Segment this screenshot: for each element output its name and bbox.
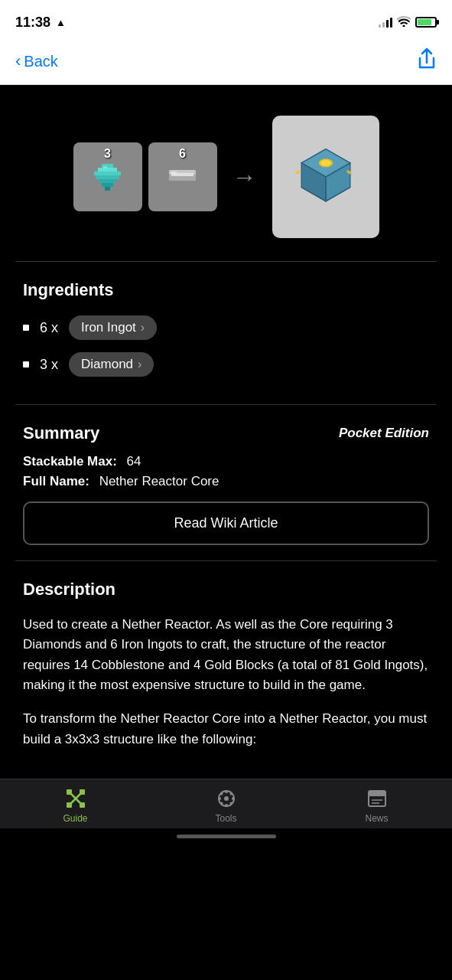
location-arrow-icon: ▲: [56, 17, 66, 28]
svg-point-36: [232, 797, 235, 800]
full-name-row: Full Name: Nether Reactor Core: [23, 474, 429, 489]
read-wiki-button[interactable]: Read Wiki Article: [23, 501, 429, 545]
time-text: 11:38: [15, 15, 50, 31]
diamond-tag-arrow-icon: ›: [138, 358, 141, 371]
stackable-row: Stackable Max: 64: [23, 454, 429, 469]
svg-rect-30: [80, 802, 85, 808]
tab-bar: Guide Tools News: [0, 779, 452, 828]
full-name-value: Nether Reactor Core: [99, 474, 219, 488]
svg-point-40: [229, 802, 232, 805]
svg-rect-5: [102, 183, 113, 187]
svg-rect-4: [99, 179, 116, 183]
description-paragraph-2: To transform the Nether Reactor Core int…: [23, 709, 429, 750]
tab-tools[interactable]: Tools: [196, 787, 257, 824]
guide-tab-label: Guide: [63, 813, 87, 824]
ingredient-item-diamond: 3 x Diamond ›: [23, 352, 429, 377]
svg-point-35: [218, 797, 221, 800]
home-indicator: [0, 828, 452, 848]
svg-point-39: [220, 802, 223, 805]
stackable-label: Stackable Max:: [23, 454, 117, 469]
svg-point-32: [224, 796, 229, 801]
news-tab-icon: [366, 787, 389, 810]
svg-point-37: [220, 793, 223, 795]
stackable-value: 64: [127, 454, 141, 469]
iron-ingot-tag[interactable]: Iron Ingot ›: [69, 315, 157, 340]
ingredient1-count: 3: [104, 147, 111, 161]
svg-point-34: [225, 804, 228, 807]
svg-rect-29: [67, 802, 72, 808]
ingredients-section: Ingredients 6 x Iron Ingot › 3 x Diamond…: [0, 262, 452, 404]
diamond-label: Diamond: [81, 357, 133, 372]
back-button[interactable]: ‹ Back: [15, 51, 58, 71]
recipe-section: 3 6: [0, 100, 452, 261]
svg-rect-3: [96, 175, 119, 179]
svg-rect-12: [171, 172, 177, 174]
nether-reactor-core-icon: [288, 139, 364, 215]
svg-point-17: [320, 160, 330, 165]
tools-tab-label: Tools: [215, 813, 236, 824]
result-box: [272, 116, 379, 238]
full-name-label: Full Name:: [23, 474, 89, 488]
svg-point-33: [225, 790, 228, 793]
svg-point-38: [229, 793, 232, 795]
back-label: Back: [24, 53, 57, 70]
svg-rect-7: [103, 166, 107, 168]
home-bar: [177, 835, 276, 838]
share-button[interactable]: [417, 47, 437, 75]
description-section: Description Used to create a Nether Reac…: [0, 561, 452, 779]
svg-rect-2: [94, 172, 121, 175]
pocket-edition-label: Pocket Edition: [339, 426, 429, 441]
ingredients-title: Ingredients: [23, 280, 429, 300]
battery-icon: [415, 17, 437, 28]
svg-rect-11: [169, 181, 196, 187]
summary-header: Summary Pocket Edition: [23, 423, 429, 443]
tab-guide[interactable]: Guide: [45, 787, 106, 824]
iron-ingot-icon: [161, 156, 203, 198]
description-paragraph-1: Used to create a Nether Reactor. As well…: [23, 615, 429, 695]
recipe-arrow-icon: →: [233, 163, 257, 191]
tab-news[interactable]: News: [346, 787, 408, 824]
iron-ingot-label: Iron Ingot: [81, 320, 136, 335]
ingredient2-count: 6: [179, 147, 186, 161]
diamond-count: 3 x: [40, 357, 58, 373]
svg-rect-42: [369, 791, 385, 796]
main-content: 3 6: [0, 85, 452, 779]
bullet-icon: [23, 325, 29, 331]
wifi-icon: [397, 16, 411, 29]
diamond-icon: [86, 156, 128, 198]
back-chevron-icon: ‹: [15, 51, 21, 71]
description-title: Description: [23, 580, 429, 599]
guide-tab-icon: [64, 787, 87, 810]
svg-rect-21: [294, 171, 300, 175]
diamond-tag[interactable]: Diamond ›: [69, 352, 154, 377]
status-time: 11:38 ▲: [15, 15, 66, 31]
svg-rect-27: [67, 789, 72, 795]
summary-title: Summary: [23, 423, 99, 443]
status-icons: [379, 16, 437, 29]
svg-rect-1: [98, 168, 117, 172]
iron-tag-arrow-icon: ›: [141, 321, 145, 335]
ingredient-box-diamond: 3: [73, 142, 142, 211]
recipe-ingredients: 3 6: [73, 142, 217, 211]
svg-rect-6: [105, 187, 110, 191]
nav-bar: ‹ Back: [0, 41, 452, 85]
status-bar: 11:38 ▲: [0, 0, 452, 41]
tools-tab-icon: [215, 787, 238, 810]
signal-bars-icon: [379, 17, 392, 28]
news-tab-label: News: [365, 813, 388, 824]
iron-count: 6 x: [40, 320, 58, 336]
svg-rect-28: [80, 789, 85, 795]
ingredient-box-iron: 6: [148, 142, 217, 211]
bullet-icon: [23, 361, 29, 368]
ingredient-item-iron: 6 x Iron Ingot ›: [23, 315, 429, 340]
summary-section: Summary Pocket Edition Stackable Max: 64…: [0, 405, 452, 560]
